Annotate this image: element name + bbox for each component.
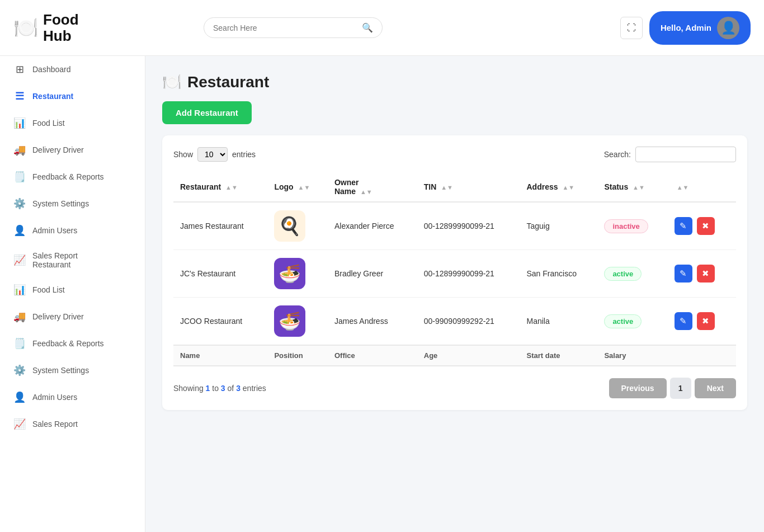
fullscreen-icon: ⛶ <box>627 23 636 33</box>
col-address: Address ▲▼ <box>520 172 598 202</box>
sidebar-item-sales-report[interactable]: 📈 Sales Report <box>0 411 145 437</box>
table-body: James Restaurant 🍳 Alexander Pierce 00-1… <box>173 202 736 345</box>
table-search-input[interactable] <box>635 147 736 162</box>
col-owner-name: OwnerName ▲▼ <box>328 172 417 202</box>
cell-tin: 00-12899990099-21 <box>417 202 520 250</box>
sidebar-item-label: Feedback & Reports <box>32 339 104 348</box>
sidebar-item-feedback-reports-1[interactable]: 🗒️ Feedback & Reports <box>0 163 145 190</box>
cell-restaurant: James Restaurant <box>173 202 267 250</box>
sidebar-item-sales-report-restaurant[interactable]: 📈 Sales ReportRestaurant <box>0 244 145 276</box>
main-layout: ⊞ Dashboard ☰ Restaurant 📊 Food List 🚚 D… <box>0 56 764 532</box>
cell-owner-name: Alexander Pierce <box>328 202 417 250</box>
previous-button[interactable]: Previous <box>609 378 667 398</box>
cell-actions: ✎ ✖ <box>668 250 736 298</box>
cell-restaurant: JCOO Restaurant <box>173 298 267 346</box>
sidebar-item-system-settings-2[interactable]: ⚙️ System Settings <box>0 357 145 384</box>
system-settings-icon: ⚙️ <box>13 197 26 210</box>
header: 🍽️ Food Hub 🔍 ⛶ Hello, Admin 👤 <box>0 0 764 56</box>
admin-users-icon: 👤 <box>13 224 26 237</box>
content-area: 🍽️ Restaurant Add Restaurant Show 10 25 … <box>145 56 764 532</box>
sort-arrows-tin[interactable]: ▲▼ <box>441 184 453 191</box>
add-restaurant-button[interactable]: Add Restaurant <box>162 101 252 124</box>
restaurant-logo: 🍜 <box>274 305 305 337</box>
col-logo: Logo ▲▼ <box>267 172 328 202</box>
delivery-driver-2-icon: 🚚 <box>13 310 26 323</box>
entries-select[interactable]: 10 25 50 <box>197 147 228 162</box>
sidebar-item-label: Feedback & Reports <box>32 172 104 181</box>
table-row: James Restaurant 🍳 Alexander Pierce 00-1… <box>173 202 736 250</box>
cell-tin: 00-12899990099-21 <box>417 250 520 298</box>
cell-restaurant: JC's Restaurant <box>173 250 267 298</box>
show-entries: Show 10 25 50 entries <box>173 147 256 162</box>
sidebar-item-delivery-driver-2[interactable]: 🚚 Delivery Driver <box>0 303 145 330</box>
fullscreen-button[interactable]: ⛶ <box>620 17 643 39</box>
sidebar-item-food-list-1[interactable]: 📊 Food List <box>0 110 145 136</box>
col-status: Status ▲▼ <box>597 172 667 202</box>
restaurant-logo: 🍳 <box>274 210 305 242</box>
edit-button[interactable]: ✎ <box>675 217 692 235</box>
sort-arrows-logo[interactable]: ▲▼ <box>298 184 310 191</box>
showing-start: 1 <box>206 384 210 393</box>
table-controls: Show 10 25 50 entries Search: <box>173 147 736 162</box>
table-row: JCOO Restaurant 🍜 James Andress 00-99090… <box>173 298 736 346</box>
sales-report-icon: 📈 <box>13 418 26 430</box>
search-input[interactable] <box>213 23 362 32</box>
next-button[interactable]: Next <box>695 378 736 398</box>
sidebar-item-system-settings-1[interactable]: ⚙️ System Settings <box>0 190 145 217</box>
delete-button[interactable]: ✖ <box>697 312 715 330</box>
cell-logo: 🍜 <box>267 250 328 298</box>
hello-admin-button[interactable]: Hello, Admin 👤 <box>649 11 751 45</box>
dashboard-icon: ⊞ <box>13 63 26 76</box>
secondary-header: Name Position Office Age Start date Sala… <box>173 345 736 366</box>
logo-area: 🍽️ Food Hub <box>13 12 159 44</box>
sidebar-item-feedback-reports-2[interactable]: 🗒️ Feedback & Reports <box>0 330 145 357</box>
admin-users-2-icon: 👤 <box>13 391 26 403</box>
sort-arrows-owner[interactable]: ▲▼ <box>360 189 372 195</box>
feedback-reports-2-icon: 🗒️ <box>13 337 26 350</box>
sort-arrows-address[interactable]: ▲▼ <box>562 184 574 191</box>
search-label: Search: <box>604 150 631 159</box>
page-title-icon: 🍽️ <box>162 73 182 91</box>
status-badge: inactive <box>604 219 648 233</box>
sort-arrows-actions[interactable]: ▲▼ <box>677 184 689 191</box>
delete-button[interactable]: ✖ <box>697 265 715 283</box>
restaurant-icon: ☰ <box>13 90 26 102</box>
sidebar-item-label: Delivery Driver <box>32 312 84 321</box>
cell-logo: 🍜 <box>267 298 328 346</box>
cell-status: active <box>597 250 667 298</box>
table-card: Show 10 25 50 entries Search: <box>162 135 747 410</box>
sort-arrows-restaurant[interactable]: ▲▼ <box>225 184 238 191</box>
sidebar-item-label: Admin Users <box>32 226 77 235</box>
header-right: ⛶ Hello, Admin 👤 <box>620 11 751 45</box>
sidebar-item-dashboard[interactable]: ⊞ Dashboard <box>0 56 145 83</box>
secondary-header-row: Name Position Office Age Start date Sala… <box>173 345 736 366</box>
showing-text: Showing 1 to 3 of 3 entries <box>173 384 266 393</box>
sidebar-item-restaurant[interactable]: ☰ Restaurant <box>0 83 145 110</box>
cell-address: Manila <box>520 298 598 346</box>
sort-arrows-status[interactable]: ▲▼ <box>633 184 645 191</box>
search-icon: 🔍 <box>362 22 373 33</box>
showing-total: 3 <box>236 384 240 393</box>
col-position: Position <box>267 345 328 366</box>
entries-label: entries <box>232 150 256 159</box>
showing-end: 3 <box>221 384 225 393</box>
edit-button[interactable]: ✎ <box>675 265 692 283</box>
edit-button[interactable]: ✎ <box>675 312 692 330</box>
delete-button[interactable]: ✖ <box>697 217 715 235</box>
sidebar-item-label: Delivery Driver <box>32 145 84 154</box>
search-bar[interactable]: 🔍 <box>204 17 383 38</box>
page-1-button[interactable]: 1 <box>670 378 691 399</box>
col-age: Age <box>417 345 520 366</box>
delivery-driver-icon: 🚚 <box>13 144 26 156</box>
sidebar-item-food-list-2[interactable]: 📊 Food List <box>0 276 145 303</box>
col-office: Office <box>328 345 417 366</box>
cell-tin: 00-99090999292-21 <box>417 298 520 346</box>
col-tin: TIN ▲▼ <box>417 172 520 202</box>
system-settings-2-icon: ⚙️ <box>13 364 26 376</box>
sidebar-item-admin-users-2[interactable]: 👤 Admin Users <box>0 384 145 411</box>
sidebar-item-delivery-driver-1[interactable]: 🚚 Delivery Driver <box>0 136 145 163</box>
cell-actions: ✎ ✖ <box>668 202 736 250</box>
col-actions: ▲▼ <box>668 172 736 202</box>
sidebar-item-admin-users-1[interactable]: 👤 Admin Users <box>0 217 145 244</box>
cell-status: active <box>597 298 667 346</box>
